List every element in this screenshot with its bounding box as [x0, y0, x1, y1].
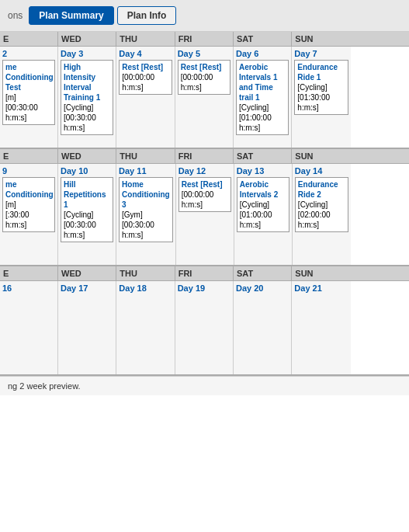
- event-details: [00:00:00h:m:s]: [122, 73, 154, 92]
- event-details: [m][00:30:00h:m:s]: [5, 93, 38, 122]
- day-cell-2: 2 me Conditioning Test [m][00:30:00h:m:s…: [0, 47, 58, 148]
- day-number: Day 3: [61, 49, 113, 58]
- week-3-cells: 16 Day 17 Day 18 Day 19 Day 20 Day 21: [0, 281, 409, 374]
- event-name: Hill Repetitions 1: [64, 180, 106, 209]
- event-details: [Cycling][01:30:00h:m:s]: [297, 83, 330, 112]
- event-box: Rest [Rest] [00:00:00h:m:s]: [119, 60, 172, 95]
- tab-plan-info[interactable]: Plan Info: [117, 6, 177, 25]
- event-box: Endurance Ride 1 [Cycling][01:30:00h:m:s…: [294, 60, 348, 115]
- event-box: me Conditioning [m][:30:00h:m:s]: [2, 177, 55, 232]
- day-cell-18: Day 18: [116, 281, 175, 374]
- day-cell-21: Day 21: [292, 281, 350, 374]
- week-1: E WED THU FRI SAT SUN 2 me Conditioning …: [0, 32, 409, 149]
- day-cell-17: Day 17: [58, 281, 116, 374]
- col-header-fri: FRI: [175, 32, 234, 46]
- day-number: Day 7: [294, 49, 348, 58]
- event-name: Rest [Rest]: [122, 63, 163, 71]
- event-details: [m][:30:00h:m:s]: [5, 200, 29, 229]
- event-details: [Cycling][00:30:00h:m:s]: [64, 103, 96, 132]
- day-cell-6: Day 6 Aerobic Intervals 1 and Time trail…: [234, 47, 292, 148]
- event-box: Endurance Ride 2 [Cycling][02:00:00h:m:s…: [295, 177, 348, 232]
- day-cell-11: Day 11 Home Conditioning 3 [Gym][00:30:0…: [116, 164, 176, 265]
- day-number: 16: [2, 283, 55, 293]
- col-header-fri: FRI: [175, 266, 234, 280]
- calendar: E WED THU FRI SAT SUN 2 me Conditioning …: [0, 32, 409, 376]
- day-cell-7: Day 7 Endurance Ride 1 [Cycling][01:30:0…: [292, 47, 350, 148]
- event-box: Aerobic Intervals 2 [Cycling][01:00:00h:…: [237, 177, 289, 232]
- week-3: E WED THU FRI SAT SUN 16 Day 17 Day 18 D…: [0, 266, 409, 376]
- app-container: ons Plan Summary Plan Info E WED THU FRI…: [0, 0, 409, 395]
- day-cell-4: Day 4 Rest [Rest] [00:00:00h:m:s]: [116, 47, 175, 148]
- day-number: Day 6: [236, 49, 289, 58]
- week-2-cells: 9 me Conditioning [m][:30:00h:m:s] Day 1…: [0, 164, 409, 265]
- event-box: Hill Repetitions 1 [Cycling][00:30:00h:m…: [61, 177, 113, 242]
- day-number: Day 11: [119, 166, 173, 176]
- event-name: Endurance Ride 1: [297, 63, 338, 82]
- col-header-thu: THU: [116, 266, 175, 280]
- day-cell-9: 9 me Conditioning [m][:30:00h:m:s]: [0, 164, 58, 265]
- day-number: 9: [2, 166, 55, 176]
- col-header-sat: SAT: [234, 149, 292, 163]
- event-details: [Cycling][00:30:00h:m:s]: [64, 210, 96, 239]
- week-2-headers: E WED THU FRI SAT SUN: [0, 149, 409, 164]
- day-number: Day 13: [237, 166, 289, 176]
- col-header-fri: FRI: [175, 149, 234, 163]
- col-header-sat: SAT: [234, 266, 292, 280]
- col-header-thu: THU: [116, 32, 175, 46]
- day-number: Day 4: [119, 49, 172, 58]
- day-cell-20: Day 20: [234, 281, 292, 374]
- col-header-wed: WED: [58, 149, 116, 163]
- event-details: [Cycling][02:00:00h:m:s]: [298, 200, 331, 229]
- day-cell-3: Day 3 High Intensity Interval Training 1…: [58, 47, 116, 148]
- event-box: Rest [Rest] [00:00:00h:m:s]: [179, 177, 231, 212]
- col-header-e: E: [0, 32, 58, 46]
- day-number: Day 19: [178, 283, 230, 293]
- day-cell-16: 16: [0, 281, 58, 374]
- week-3-headers: E WED THU FRI SAT SUN: [0, 266, 409, 281]
- nav-label: ons: [8, 10, 23, 21]
- tab-plan-summary[interactable]: Plan Summary: [29, 6, 113, 25]
- col-header-e: E: [0, 149, 58, 163]
- day-number: Day 5: [178, 49, 230, 58]
- event-details: [00:00:00h:m:s]: [182, 190, 214, 209]
- header-bar: ons Plan Summary Plan Info: [0, 0, 409, 32]
- day-number: 2: [2, 49, 55, 58]
- event-name: me Conditioning Test: [5, 63, 54, 92]
- week-1-cells: 2 me Conditioning Test [m][00:30:00h:m:s…: [0, 47, 409, 148]
- day-cell-5: Day 5 Rest [Rest] [00:00:00h:m:s]: [175, 47, 234, 148]
- day-number: Day 18: [119, 283, 172, 293]
- event-name: Rest [Rest]: [182, 180, 223, 189]
- col-header-thu: THU: [116, 149, 175, 163]
- day-cell-12: Day 12 Rest [Rest] [00:00:00h:m:s]: [176, 164, 234, 265]
- col-header-wed: WED: [58, 266, 116, 280]
- event-box: Aerobic Intervals 1 and Time trail 1 [Cy…: [236, 60, 289, 135]
- col-header-sun: SUN: [292, 32, 350, 46]
- event-details: [Cycling][01:00:00h:m:s]: [239, 103, 272, 132]
- event-box: High Intensity Interval Training 1 [Cycl…: [61, 60, 113, 135]
- event-name: Rest [Rest]: [181, 63, 222, 71]
- event-details: [Cycling][01:00:00h:m:s]: [240, 200, 272, 229]
- event-details: [00:00:00h:m:s]: [181, 73, 213, 92]
- day-cell-19: Day 19: [175, 281, 234, 374]
- col-header-e: E: [0, 266, 58, 280]
- event-details: [Gym][00:30:00h:m:s]: [122, 210, 154, 239]
- day-number: Day 10: [61, 166, 113, 176]
- day-number: Day 17: [61, 283, 113, 293]
- event-name: Aerobic Intervals 2: [240, 180, 278, 199]
- day-number: Day 21: [294, 283, 348, 293]
- day-cell-10: Day 10 Hill Repetitions 1 [Cycling][00:3…: [58, 164, 116, 265]
- col-header-sun: SUN: [292, 149, 350, 163]
- col-header-wed: WED: [58, 32, 116, 46]
- col-header-sat: SAT: [234, 32, 292, 46]
- event-box: Home Conditioning 3 [Gym][00:30:00h:m:s]: [119, 177, 173, 242]
- event-name: Home Conditioning 3: [122, 180, 170, 209]
- event-name: me Conditioning: [5, 180, 54, 199]
- event-name: Aerobic Intervals 1 and Time trail 1: [239, 63, 277, 102]
- event-name: High Intensity Interval Training 1: [64, 63, 100, 102]
- day-cell-13: Day 13 Aerobic Intervals 2 [Cycling][01:…: [234, 164, 293, 265]
- footer-text: ng 2 week preview.: [8, 381, 81, 391]
- day-number: Day 12: [179, 166, 231, 176]
- day-number: Day 14: [295, 166, 348, 176]
- week-1-headers: E WED THU FRI SAT SUN: [0, 32, 409, 47]
- event-box: me Conditioning Test [m][00:30:00h:m:s]: [2, 60, 55, 125]
